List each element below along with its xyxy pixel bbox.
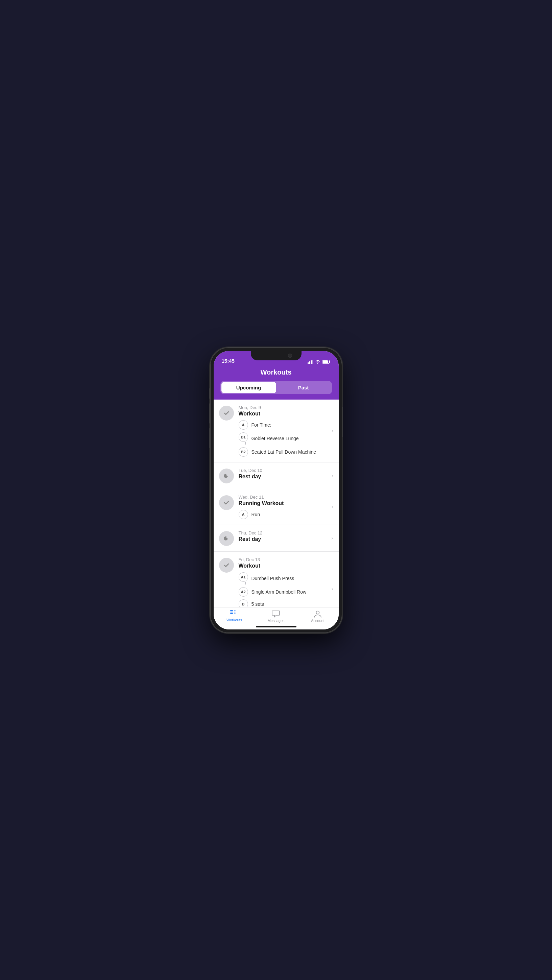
workout-item-2[interactable]: Tue, Dec 10 Rest day ›: [214, 463, 339, 489]
exercise-item-3-0: A Run: [239, 510, 333, 519]
exercise-badge-5-2: B: [239, 599, 248, 607]
tab-upcoming[interactable]: Upcoming: [221, 382, 276, 393]
side-button-volume-down: [209, 428, 210, 448]
chevron-icon-3: ›: [331, 504, 333, 510]
exercise-badge-1-1: B1: [239, 432, 248, 442]
exercise-badge-1-0: A: [239, 420, 248, 430]
exercise-name-5-1: Single Arm Dumbbell Row: [251, 589, 307, 595]
workout-content-3: Wed, Dec 11 Running Workout A Run: [239, 495, 333, 519]
exercise-item-1-1: B1 Goblet Reverse Lunge: [239, 432, 333, 444]
exercise-item-5-2: B 5 sets: [239, 599, 333, 607]
exercise-list-3: A Run: [239, 510, 333, 519]
notch: [251, 351, 302, 360]
workout-name-2: Rest day: [239, 474, 333, 480]
phone-screen: 15:45: [214, 351, 339, 630]
exercise-badge-1-2: B2: [239, 447, 248, 457]
svg-rect-7: [230, 611, 233, 612]
svg-point-11: [235, 613, 235, 614]
status-icons: [308, 360, 331, 364]
nav-item-workouts[interactable]: Workouts: [214, 610, 255, 623]
exercise-badge-3-0: A: [239, 510, 248, 519]
svg-rect-6: [230, 610, 233, 611]
exercise-item-1-0: A For Time:: [239, 420, 333, 430]
exercise-item-1-2: B2 Seated Lat Pull Down Machine: [239, 447, 333, 457]
workout-date-2: Tue, Dec 10: [239, 468, 333, 473]
wifi-icon: [315, 360, 320, 364]
exercise-name-1-2: Seated Lat Pull Down Machine: [251, 449, 316, 455]
camera: [288, 353, 292, 358]
svg-point-10: [235, 611, 235, 612]
svg-rect-5: [323, 360, 328, 363]
workout-content-4: Thu, Dec 12 Rest day: [239, 530, 333, 546]
workout-icon-moon-2: [219, 531, 234, 546]
workouts-nav-icon: [230, 610, 238, 617]
connector-line: [245, 442, 246, 444]
nav-item-account[interactable]: Account: [297, 610, 338, 623]
page-title: Workouts: [220, 369, 332, 376]
chevron-icon-2: ›: [331, 473, 333, 479]
exercise-badge-5-0: A1: [239, 572, 248, 582]
svg-rect-1: [309, 361, 310, 364]
workout-content-5: Fri, Dec 13 Workout A1 Dumbell Push Pres…: [239, 557, 333, 607]
exercise-list-1: A For Time: B1 Goblet Reverse Lunge B2: [239, 420, 333, 457]
signal-icon: [308, 360, 313, 364]
workout-date-1: Mon, Dec 9: [239, 405, 333, 410]
svg-rect-8: [230, 613, 233, 614]
exercise-name-5-0: Dumbell Push Press: [251, 576, 294, 581]
exercise-badge-5-1: A2: [239, 587, 248, 597]
workout-item-5[interactable]: Fri, Dec 13 Workout A1 Dumbell Push Pres…: [214, 552, 339, 607]
workout-name-5: Workout: [239, 563, 333, 569]
exercise-item-5-0: A1 Dumbell Push Press: [239, 572, 333, 584]
svg-rect-3: [312, 360, 313, 364]
side-button-power: [342, 407, 343, 437]
workout-date-5: Fri, Dec 13: [239, 557, 333, 562]
workout-item-3[interactable]: Wed, Dec 11 Running Workout A Run ›: [214, 489, 339, 525]
workout-content-2: Tue, Dec 10 Rest day: [239, 468, 333, 483]
home-indicator: [256, 626, 296, 627]
app-header: Workouts Upcoming Past: [214, 366, 339, 399]
workout-item-1[interactable]: Mon, Dec 9 Workout A For Time: B1 G: [214, 399, 339, 463]
status-time: 15:45: [222, 358, 235, 364]
workout-content-1: Mon, Dec 9 Workout A For Time: B1 G: [239, 405, 333, 457]
workout-name-1: Workout: [239, 411, 333, 417]
workout-icon-check-3: [219, 558, 234, 573]
workout-name-3: Running Workout: [239, 500, 333, 506]
tab-bar: Upcoming Past: [220, 381, 332, 394]
tab-past[interactable]: Past: [276, 382, 331, 393]
workout-icon-check: [219, 406, 234, 420]
workout-date-4: Thu, Dec 12: [239, 530, 333, 536]
workout-date-3: Wed, Dec 11: [239, 495, 333, 500]
nav-label-messages: Messages: [267, 619, 284, 623]
phone-frame: 15:45: [210, 347, 342, 633]
nav-label-workouts: Workouts: [226, 618, 242, 622]
workout-name-4: Rest day: [239, 536, 333, 542]
chevron-icon-4: ›: [331, 535, 333, 541]
nav-label-account: Account: [311, 619, 325, 623]
workout-icon-moon-1: [219, 469, 234, 484]
svg-rect-0: [308, 363, 309, 364]
battery-icon: [322, 360, 331, 364]
workout-icon-check-2: [219, 495, 234, 510]
messages-nav-icon: [272, 610, 280, 617]
exercise-name-3-0: Run: [251, 512, 260, 517]
exercise-item-5-1: A2 Single Arm Dumbbell Row: [239, 587, 333, 597]
exercise-name-1-1: Goblet Reverse Lunge: [251, 436, 299, 441]
svg-point-9: [235, 610, 235, 611]
side-button-volume-up: [209, 403, 210, 423]
workout-list: Mon, Dec 9 Workout A For Time: B1 G: [214, 399, 339, 607]
side-button-mute: [209, 388, 210, 399]
exercise-name-5-2: 5 sets: [251, 601, 264, 607]
nav-item-messages[interactable]: Messages: [255, 610, 297, 623]
exercise-list-5: A1 Dumbell Push Press A2 Single Arm Dumb…: [239, 572, 333, 607]
svg-point-12: [316, 611, 319, 614]
workout-item-4[interactable]: Thu, Dec 12 Rest day ›: [214, 525, 339, 552]
chevron-icon-1: ›: [331, 428, 333, 434]
chevron-icon-5: ›: [331, 586, 333, 592]
svg-rect-2: [311, 360, 312, 364]
account-nav-icon: [314, 610, 322, 617]
exercise-name-1-0: For Time:: [251, 422, 272, 428]
connector-line-5-0: [245, 582, 246, 584]
